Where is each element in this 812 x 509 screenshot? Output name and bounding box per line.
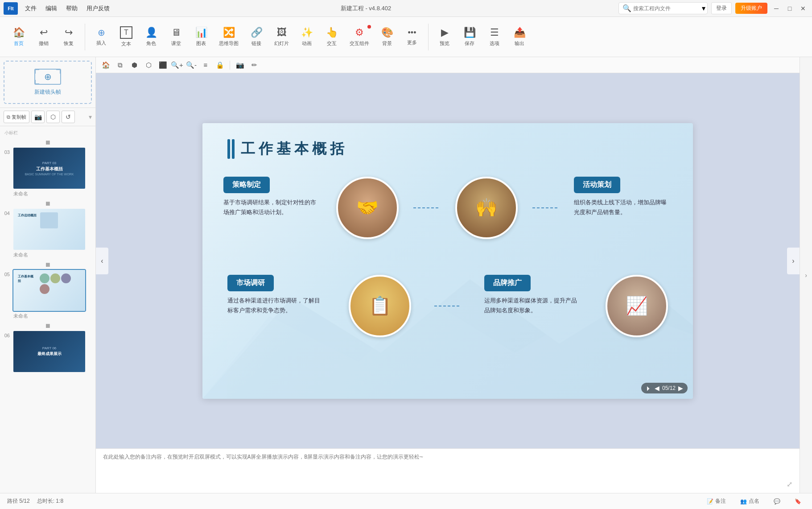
slide-05-icon: ⏹ <box>2 260 94 269</box>
right-panel-toggle[interactable]: › <box>805 272 807 279</box>
classroom-icon: 🖥 <box>171 27 181 38</box>
toolbar-link[interactable]: 🔗 链接 <box>245 24 268 50</box>
toolbar-interact-widget[interactable]: ⚙ 交互组件 <box>345 24 374 50</box>
canvas-align-icon[interactable]: ≡ <box>199 59 212 71</box>
titlebar-right: 🔍 ▾ 登录 升级账户 ─ □ ✕ <box>618 2 808 14</box>
page-indicator-next[interactable]: ▶ <box>678 385 683 392</box>
canvas-toolbar: 🏠 ⧉ ⬢ ⬡ ⬛ 🔍+ 🔍- ≡ 🔒 📷 ✏ <box>96 57 800 73</box>
refresh-button[interactable]: ↺ <box>62 111 75 123</box>
canvas-layers-icon[interactable]: ⬡ <box>142 59 155 71</box>
bookmark-button[interactable]: 🔖 <box>791 497 805 506</box>
slide-prev-button[interactable]: ‹ <box>96 248 108 274</box>
menu-edit[interactable]: 编辑 <box>42 3 61 14</box>
toolbar-undo[interactable]: ↩ 撤销 <box>32 24 55 50</box>
toolbar-redo[interactable]: ↪ 恢复 <box>57 24 80 50</box>
notes-button[interactable]: 📝 备注 <box>703 496 730 506</box>
toolbar-link-label: 链接 <box>251 40 261 47</box>
minimize-button[interactable]: ─ <box>771 3 782 14</box>
upgrade-button[interactable]: 升级账户 <box>735 3 767 14</box>
menu-help[interactable]: 帮助 <box>62 3 81 14</box>
titlebar-left: FIt 文件 编辑 帮助 用户反馈 <box>4 2 113 15</box>
more-icon: ••• <box>408 28 416 37</box>
slide-num-05: 05 <box>2 269 10 277</box>
duration-indicator: 总时长: 1:8 <box>37 497 63 505</box>
toolbar-export[interactable]: 📤 输出 <box>508 24 531 50</box>
camera-button[interactable]: 📷 <box>31 111 45 123</box>
sidebar-tools: ⧉ 复制帧 📷 ⬡ ↺ ▾ <box>0 108 95 126</box>
toolbar-interact[interactable]: 👆 交互 <box>320 24 343 50</box>
research-text: 通过各种渠道进行市场调研，了解目标客户需求和竞争态势。 <box>227 296 326 315</box>
menu-feedback[interactable]: 用户反馈 <box>83 3 113 14</box>
dashed-line-1 <box>413 203 440 212</box>
toolbar-character[interactable]: 👤 角色 <box>140 24 163 50</box>
toolbar-mindmap-label: 思维导图 <box>219 40 239 47</box>
toolbar-classroom[interactable]: 🖥 课堂 <box>165 24 188 50</box>
toolbar-options[interactable]: ☰ 选项 <box>483 24 506 50</box>
canvas-frame-icon[interactable]: ⬛ <box>157 59 169 71</box>
search-input[interactable] <box>633 5 700 12</box>
toolbar-background[interactable]: 🎨 背景 <box>375 24 399 50</box>
toolbar-animation[interactable]: ✨ 动画 <box>295 24 318 50</box>
page-indicator-prev[interactable]: ◀ <box>655 385 659 392</box>
time-icon-05: ⏹ <box>45 261 51 268</box>
toolbar-interact-widget-label: 交互组件 <box>350 40 369 47</box>
copy-frame-button[interactable]: ⧉ 复制帧 <box>4 111 29 123</box>
slide-thumb-06[interactable]: PART 06 最终成果展示 <box>12 330 86 373</box>
text-icon: T <box>120 26 132 39</box>
brand-label: 品牌推广 <box>484 275 531 291</box>
canvas-zoom-out-icon[interactable]: 🔍- <box>185 59 198 71</box>
chat-button[interactable]: 💬 <box>770 497 784 506</box>
close-button[interactable]: ✕ <box>798 3 808 14</box>
new-frame-button[interactable]: ⊕ 新建镜头帧 <box>4 61 92 104</box>
toolbar-home[interactable]: 🏠 首页 <box>7 24 30 50</box>
menu-file[interactable]: 文件 <box>21 3 40 14</box>
canvas-paste-icon[interactable]: ⬢ <box>128 59 140 71</box>
canvas-copy-icon[interactable]: ⧉ <box>114 59 126 71</box>
select-button[interactable]: ⬡ <box>46 111 60 123</box>
search-dropdown-icon[interactable]: ▾ <box>702 4 705 12</box>
toolbar-animation-label: 动画 <box>302 40 312 47</box>
canvas-home-icon[interactable]: 🏠 <box>99 59 112 71</box>
maximize-button[interactable]: □ <box>784 3 795 14</box>
canvas-lock-icon[interactable]: 🔒 <box>214 59 226 71</box>
slide-title-text: 工作基本概括 <box>241 139 348 159</box>
notes-expand-button[interactable]: ⤢ <box>787 480 792 488</box>
play-indicator-icon: ⏵ <box>646 385 652 392</box>
slide-thumb-03[interactable]: PART 03 工作基本概括 BASIC SUMMARY OF THE WORK <box>12 147 86 190</box>
roll-call-button[interactable]: 👥 点名 <box>737 496 763 506</box>
statusbar-left: 路径 5/12 总时长: 1:8 <box>7 497 63 505</box>
login-button[interactable]: 登录 <box>711 2 732 14</box>
circle-4: 📈 <box>606 275 668 337</box>
connector-2 <box>532 203 559 212</box>
slide-label-04: 未命名 <box>12 252 94 258</box>
slide-thumb-04[interactable]: 工作总结概括 <box>12 208 86 251</box>
toolbar-mindmap[interactable]: 🔀 思维导图 <box>214 24 243 50</box>
connector-1 <box>413 203 440 212</box>
canvas-zoom-in-icon[interactable]: 🔍+ <box>171 59 183 71</box>
toolbar-preview[interactable]: ▶ 预览 <box>433 24 456 50</box>
notes-input[interactable] <box>103 453 792 487</box>
toolbar-slideshow[interactable]: 🖼 幻灯片 <box>270 24 293 50</box>
app-title: 新建工程 - v4.8.402 <box>341 4 391 12</box>
circle-1: 🤝 <box>336 177 399 239</box>
canvas-edit-icon[interactable]: ✏ <box>248 59 260 71</box>
right-panel: › <box>800 57 812 493</box>
animation-icon: ✨ <box>301 27 313 38</box>
toolbar-chart[interactable]: 📊 图表 <box>190 24 213 50</box>
toolbar-save[interactable]: 💾 保存 <box>458 24 481 50</box>
toolbar-insert[interactable]: ⊕ 插入 <box>90 25 113 49</box>
toolbar-home-label: 首页 <box>14 40 24 47</box>
new-frame-label: 新建镜头帧 <box>34 88 61 96</box>
toolbar-more[interactable]: ••• 更多 <box>400 25 424 49</box>
slide-thumb-05[interactable]: 工作基本概括 <box>12 269 86 312</box>
canvas-wrapper: ‹ 工作基本概括 <box>96 73 800 448</box>
toolbar-divider-2 <box>428 24 429 50</box>
canvas-screenshot-icon[interactable]: 📷 <box>234 59 246 71</box>
slide-canvas[interactable]: 工作基本概括 策略制定 基于市场调研结果，制定针对性的市场推广策略和活动计划。 … <box>202 123 693 399</box>
strategy-text: 基于市场调研结果，制定针对性的市场推广策略和活动计划。 <box>223 198 322 217</box>
interact-icon: 👆 <box>326 27 338 38</box>
search-box[interactable]: 🔍 ▾ <box>618 2 708 14</box>
toolbar-text[interactable]: T 文本 <box>115 24 138 50</box>
copy-frame-label: 复制帧 <box>12 114 26 120</box>
slide-next-button[interactable]: › <box>787 248 800 274</box>
